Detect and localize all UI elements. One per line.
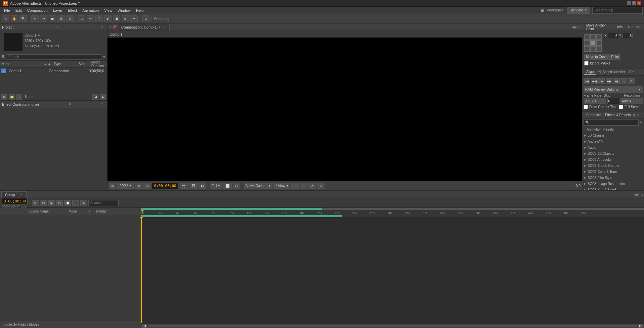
anchor-mc[interactable] — [590, 40, 596, 46]
comp-reset-exposure[interactable]: ☀ — [308, 183, 316, 189]
anchor-x-input[interactable] — [608, 33, 618, 38]
tl-toggle-3[interactable]: ◉ — [48, 200, 55, 206]
toolbar-roto[interactable]: ⊙ — [142, 15, 149, 22]
comp-snapshot[interactable]: 📷 — [180, 183, 188, 189]
effect-controls-close[interactable]: ✕ — [69, 102, 71, 106]
menu-composition[interactable]: Composition — [25, 8, 50, 13]
toolbar-selection-tool[interactable]: ↖ — [2, 15, 9, 22]
tab-align[interactable]: Align — [584, 69, 596, 75]
toolbar-puppet[interactable]: ✦ — [130, 15, 138, 22]
anchor-bc[interactable] — [590, 46, 596, 52]
effects-item-2[interactable]: ▶ AndrewYY — [582, 138, 644, 144]
comp-toggle-renderers[interactable]: ⊡ — [291, 183, 299, 189]
project-scroll-left[interactable]: ◀ — [92, 94, 98, 100]
timeline-scroll-right[interactable]: ▶ — [638, 324, 643, 328]
comp-panel-maximize[interactable]: □ — [578, 25, 581, 29]
toggle-switches-modes[interactable]: Toggle Switches / Modes — [2, 323, 39, 326]
tl-toggle-5[interactable]: ⌚ — [64, 200, 71, 206]
minimize-button[interactable]: _ — [627, 1, 631, 5]
anchor-tc[interactable] — [590, 34, 596, 40]
comp-zoom-dropdown[interactable]: 200% ▼ — [117, 183, 134, 189]
menu-window[interactable]: Window — [115, 8, 133, 13]
tab-scriptlauncher[interactable]: rd_ScriptLauncher — [596, 69, 627, 75]
tab-pre[interactable]: Pre — [627, 69, 637, 75]
preview-skip-input[interactable] — [607, 98, 619, 104]
effects-item-9[interactable]: ▶ BCC8 Image Restoration — [582, 181, 644, 187]
preview-resolution-dropdown[interactable]: Auto ▼ — [620, 98, 643, 104]
comp-fit-to-view[interactable]: ⊠ — [135, 183, 142, 189]
right-top-panel-close[interactable]: ✕ — [635, 25, 638, 29]
project-new-folder-btn[interactable]: 📁 — [9, 94, 15, 100]
comp-always-preview[interactable]: ⊞ — [109, 183, 116, 189]
timeline-collapse[interactable]: ◀▶ — [634, 193, 639, 196]
tab-character[interactable]: Character — [584, 112, 603, 118]
menu-layer[interactable]: Layer — [50, 8, 65, 13]
project-panel-close[interactable]: ✕ — [56, 25, 59, 29]
maximize-button[interactable]: □ — [632, 1, 636, 5]
timeline-search-input[interactable] — [88, 200, 119, 206]
comp-transparency[interactable]: ⬜ — [223, 183, 232, 189]
comp-adjust-exposure[interactable]: ⊕ — [317, 183, 325, 189]
prev-back-one[interactable]: ◀◀ — [591, 78, 598, 84]
comp-inner-tab-label[interactable]: Comp 1 — [110, 32, 123, 36]
toolbar-stamp[interactable]: ▣ — [113, 15, 120, 22]
comp-show-channel[interactable]: ◐ — [199, 183, 206, 189]
timeline-tab-comp1[interactable]: Comp 1 ✕ — [1, 191, 27, 198]
effects-item-1[interactable]: ▶ 3D Channel — [582, 132, 644, 138]
anchor-tl[interactable] — [584, 34, 590, 40]
toolbar-brush[interactable]: 🖌 — [104, 15, 112, 22]
toolbar-hand-tool[interactable]: ✋ — [11, 15, 18, 22]
project-interpret-btn[interactable]: ⟳ — [1, 94, 7, 100]
tl-toggle-6[interactable]: ☰ — [72, 200, 79, 206]
project-item-comp1[interactable]: C Comp 1 Composition 0;00;50;0 — [0, 67, 107, 74]
comp-show-snapshot[interactable]: 🖼 — [189, 183, 198, 189]
comp-viewer[interactable] — [108, 38, 582, 181]
effects-item-6[interactable]: ▶ BCC8 Blur & Sharpen — [582, 162, 644, 169]
anchor-tr[interactable] — [596, 34, 602, 40]
timeline-content[interactable] — [141, 217, 644, 323]
menu-file[interactable]: File — [1, 8, 13, 13]
anchor-mr[interactable] — [596, 40, 602, 46]
menu-animation[interactable]: Animation — [80, 8, 101, 13]
effects-search-options[interactable]: ▼ — [639, 121, 643, 124]
project-scroll-right[interactable]: ▶ — [100, 94, 106, 100]
toolbar-text-tool[interactable]: T — [95, 15, 103, 22]
menu-edit[interactable]: Edit — [13, 8, 25, 13]
comp-view-count-dropdown[interactable]: 1 View ▼ — [273, 183, 290, 189]
tl-toggle-4[interactable]: ⊡ — [56, 200, 63, 206]
prev-last-frame[interactable]: ▶| — [613, 78, 620, 84]
comp-layer-controls[interactable]: ☰ — [300, 183, 307, 189]
comp-tab-menu[interactable]: ▼ — [158, 26, 161, 29]
anchor-bl[interactable] — [584, 46, 590, 52]
project-search-input[interactable] — [7, 54, 101, 60]
tl-toggle-1[interactable]: ⊞ — [32, 200, 39, 206]
workspace-dropdown[interactable]: Standard ▼ — [567, 7, 590, 14]
tab-move-anchor[interactable]: Move Anchor Point — [584, 24, 614, 32]
tab-effects-presets[interactable]: Effects & Presets — [603, 112, 633, 118]
tl-toggle-2[interactable]: 🗂 — [40, 200, 47, 206]
anchor-br[interactable] — [596, 46, 602, 52]
comp-resolution-dropdown[interactable]: Full ▼ — [210, 183, 222, 189]
toolbar-new-comp[interactable]: ⊞ — [57, 15, 65, 22]
timeline-maximize[interactable]: □ — [641, 193, 643, 196]
comp-tab-close[interactable]: ✕ — [163, 26, 166, 29]
toolbar-redo[interactable]: ↪ — [40, 15, 47, 22]
prev-audio[interactable]: ♪ — [620, 78, 627, 84]
effects-item-8[interactable]: ▶ BCC8 Film Style — [582, 175, 644, 181]
effects-item-5[interactable]: ▶ BCC8 Art Looks — [582, 156, 644, 162]
project-panel-menu[interactable]: ≡ — [101, 25, 105, 29]
effects-panel-menu[interactable]: ≡ — [635, 113, 640, 118]
effects-item-0[interactable]: * Animation Presets — [582, 126, 644, 132]
search-help-input[interactable] — [592, 7, 643, 14]
timeline-scroll-left[interactable]: ◀ — [142, 324, 147, 328]
timeline-current-time[interactable]: 0;00;00;00 — [2, 198, 28, 205]
prev-play[interactable]: ▶ — [598, 78, 605, 84]
comp-current-time[interactable]: 0;00;00;00 — [152, 183, 179, 189]
project-search-options[interactable]: ▼ — [102, 55, 106, 59]
ram-preview-dropdown[interactable]: RAM Preview Options ▼ — [584, 86, 643, 93]
comp-tab-comp1[interactable]: Composition: Comp 1 ▼ ✕ — [118, 24, 170, 31]
menu-effect[interactable]: Effect — [65, 8, 80, 13]
prev-loop[interactable]: ⟲ — [628, 78, 635, 84]
tl-toggle-7[interactable]: ⊕ — [80, 200, 87, 206]
toolbar-rectangle-tool[interactable]: □ — [78, 15, 85, 22]
